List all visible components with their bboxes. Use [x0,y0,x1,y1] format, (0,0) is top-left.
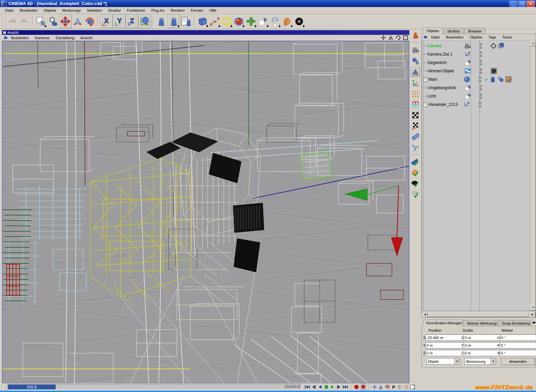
scroll-left-icon[interactable]: ◀ [422,312,428,318]
texture-axis-mode-icon[interactable] [411,122,420,130]
rotate-tool-icon[interactable] [84,15,96,28]
scroll-right-icon[interactable]: ▶ [530,312,535,318]
enable-particles-icon[interactable] [411,190,420,199]
object-label[interactable]: Licht [427,94,464,99]
restore-button[interactable]: ❐ [518,1,526,7]
enable-animation-icon[interactable] [411,158,420,167]
object-row-licht[interactable]: Licht [423,92,534,100]
scroll-up-icon[interactable]: ▲ [530,41,536,46]
render-view-icon[interactable] [155,15,168,28]
dropdown-arrow-icon[interactable]: ▼ [490,358,496,364]
add-spline-primitive-icon[interactable] [221,15,233,28]
tab-browser[interactable]: Browser [464,28,485,34]
menu-selektion[interactable]: Selektion [84,8,105,13]
vp-menu-ansicht[interactable]: Ansicht [77,35,95,41]
om-menu-datei[interactable]: Datei [428,35,443,40]
undo-icon[interactable] [6,15,18,28]
expand-icon[interactable]: + [423,77,428,82]
zoom-tool-icon[interactable] [47,15,59,28]
object-row-alexander[interactable]: + Alexander_2213 0 [423,101,534,109]
menu-fenster[interactable]: Fenster [188,8,206,13]
animation-mode-icon[interactable] [411,132,420,141]
texture-mode-icon[interactable] [411,111,420,120]
kinematics-mode-icon[interactable] [411,143,420,152]
stop-icon[interactable] [324,384,329,390]
rotate-view-icon[interactable] [396,35,401,40]
position-mode-dropdown[interactable]: Objekt▼ [426,358,460,365]
object-label[interactable]: Alexander_2213 [428,102,463,107]
visibility-dots[interactable] [476,76,484,82]
goto-end-icon[interactable] [343,384,348,390]
zoom-view-icon[interactable] [388,35,393,40]
target-tag-icon[interactable] [490,43,496,49]
tab-struktur[interactable]: Struktur [444,28,464,34]
object-mode-icon[interactable] [411,57,420,65]
menu-bearbeiten[interactable]: Bearbeiten [17,8,41,13]
toolbar-grip[interactable] [2,16,5,27]
render-settings-icon[interactable] [180,15,192,28]
tab-objekte[interactable]: Objekte [423,27,443,34]
play-backward-icon[interactable] [317,384,323,390]
viewport-3d-view[interactable] [2,41,409,384]
texture-tag-dark-icon[interactable] [490,68,497,74]
record-parameter-icon[interactable]: P [391,384,396,390]
object-row-gegenlicht[interactable]: Gegenlicht [423,59,534,67]
rotation-h-field[interactable] [500,335,536,340]
phong-tag-icon[interactable] [490,76,496,82]
polygon-mode-icon[interactable] [411,100,420,109]
minimize-button[interactable]: _ [509,1,517,7]
record-scale-icon[interactable] [378,384,384,390]
object-row-kamera-ziel[interactable]: Kamera.Ziel.1 0 [423,50,534,58]
texture-tag-planet-icon[interactable] [505,76,512,83]
model-mode-icon[interactable] [411,67,420,77]
visibility-dots[interactable] [476,60,485,66]
object-label[interactable]: Kamera [427,44,464,48]
record-pla-icon[interactable] [404,384,409,390]
object-row-kamera[interactable]: Kamera [423,42,534,50]
rotation-b-field[interactable] [500,350,536,356]
object-row-mars[interactable]: + Mars ✓ [423,75,534,83]
record-icon[interactable] [354,384,359,390]
y-axis-lock-icon[interactable]: Y [113,15,126,28]
goto-start-icon[interactable] [305,384,310,390]
keyframe-selection-icon[interactable] [397,384,403,390]
object-label[interactable]: Himmel-Objekt [427,69,464,73]
om-menu-bearbeiten[interactable]: Bearbeiten [443,35,466,40]
menu-rendern[interactable]: Rendern [168,8,188,13]
pin-icon[interactable] [3,36,8,40]
om-menu-textur[interactable]: Textur [499,35,515,40]
object-tree-hscrollbar[interactable]: ◀ ▶ [422,312,536,317]
visibility-dots[interactable] [476,93,485,99]
visibility-dots[interactable] [476,102,484,108]
prev-key-icon[interactable] [311,384,316,390]
display-tag-icon[interactable] [498,43,505,49]
menu-datei[interactable]: Datei [2,8,17,13]
add-deformer-icon[interactable] [281,15,293,28]
render-picture-viewer-icon[interactable] [168,15,180,28]
add-light-icon[interactable] [257,15,269,28]
axis-mode-icon[interactable] [411,79,420,87]
pin-icon[interactable] [423,35,428,39]
point-mode-icon[interactable] [411,89,420,98]
object-row-himmel[interactable]: Himmel-Objekt [423,67,534,75]
menu-struktur[interactable]: Struktur [105,8,124,13]
rotation-p-field[interactable] [500,342,536,348]
visibility-dots[interactable] [476,68,485,74]
play-forward-icon[interactable] [330,384,335,390]
vp-menu-kameras[interactable]: Kameras [32,35,53,41]
menu-werkzeuge[interactable]: Werkzeuge [59,8,84,13]
scale-tool-icon[interactable] [72,15,84,28]
close-button[interactable]: ✕ [527,1,535,7]
enabled-check-icon[interactable]: ✓ [484,77,488,82]
object-tree[interactable]: Kamera Kamera.Ziel.1 0 [422,41,536,311]
object-label[interactable]: Umgebungslicht [427,85,464,90]
scroll-down-icon[interactable]: ▼ [530,305,536,311]
coordinate-system-icon[interactable] [138,15,151,28]
redo-icon[interactable] [18,15,30,28]
selection-tool-icon[interactable] [35,15,47,28]
menu-plugins[interactable]: Plug-ins [148,8,168,13]
z-axis-lock-icon[interactable]: Z [126,15,138,28]
next-frame-icon[interactable] [336,384,342,390]
add-environment-icon[interactable] [293,15,305,28]
dropdown-arrow-icon[interactable]: ▼ [454,358,460,364]
